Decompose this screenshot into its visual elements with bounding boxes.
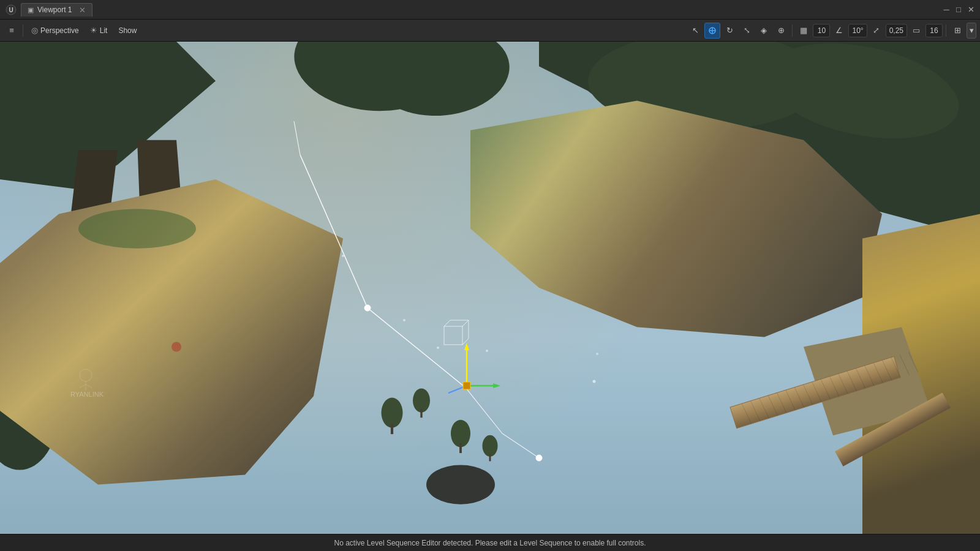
grid-group: ▦ 10 <box>796 23 830 39</box>
tab-label: Viewport 1 <box>37 6 72 14</box>
show-label: Show <box>118 26 137 35</box>
extra-tool1-button[interactable]: ◈ <box>756 23 772 39</box>
svg-line-20 <box>462 320 469 326</box>
window-controls: ─ □ ✕ <box>942 6 975 14</box>
title-bar: U ▣ Viewport 1 ✕ ─ □ ✕ <box>0 0 980 20</box>
svg-point-16 <box>593 380 596 383</box>
svg-line-6 <box>300 155 368 308</box>
svg-text:U: U <box>9 7 13 13</box>
lit-label: Lit <box>100 26 108 35</box>
svg-line-19 <box>444 320 450 326</box>
extra-icon2: ⊕ <box>778 26 785 35</box>
svg-point-12 <box>342 255 344 257</box>
tab-close-button[interactable]: ✕ <box>79 6 86 15</box>
svg-point-11 <box>536 455 542 461</box>
extra-tool2-button[interactable]: ⊕ <box>773 23 789 39</box>
svg-point-31 <box>80 369 92 381</box>
svg-line-5 <box>294 121 300 155</box>
menu-button[interactable]: ≡ <box>4 23 20 39</box>
angle-value: 10° <box>848 24 867 37</box>
svg-line-34 <box>86 384 92 388</box>
svg-point-15 <box>486 350 488 352</box>
separator-3 <box>946 24 946 37</box>
layout-button[interactable]: ⊞ <box>949 23 965 39</box>
svg-marker-27 <box>493 383 500 388</box>
tab-icon: ▣ <box>28 6 34 14</box>
viewport-tab[interactable]: ▣ Viewport 1 ✕ <box>21 3 92 17</box>
status-message: No active Level Sequence Editor detected… <box>334 539 646 547</box>
svg-point-14 <box>437 347 439 349</box>
cam-icon: ▭ <box>913 26 920 35</box>
rotate-tool-button[interactable]: ↻ <box>722 23 737 39</box>
extra-icon1: ◈ <box>761 26 767 35</box>
svg-line-21 <box>462 339 469 345</box>
svg-point-13 <box>403 319 405 321</box>
separator-2 <box>792 24 793 37</box>
angle-button[interactable]: ∠ <box>831 23 847 39</box>
grid-icon: ▦ <box>800 26 807 35</box>
layout-icon: ⊞ <box>954 26 961 35</box>
scale-val-icon: ⤢ <box>873 26 880 35</box>
angle-icon: ∠ <box>835 26 843 35</box>
svg-line-9 <box>466 388 502 433</box>
cam-value: 16 <box>925 24 943 37</box>
select-tool-button[interactable]: ↖ <box>687 23 703 39</box>
lit-button[interactable]: ☀ Lit <box>85 23 113 39</box>
cam-button[interactable]: ▭ <box>908 23 924 39</box>
layout-dropdown-button[interactable]: ▾ <box>967 23 976 39</box>
scale-tool-button[interactable]: ⤡ <box>739 23 755 39</box>
svg-marker-25 <box>464 343 469 350</box>
scale-val-button[interactable]: ⤢ <box>869 23 884 39</box>
svg-line-33 <box>80 384 86 388</box>
scale-icon: ⤡ <box>744 26 750 35</box>
grid-button[interactable]: ▦ <box>796 23 812 39</box>
scene-overlay: RYANLINK <box>0 42 980 534</box>
show-button[interactable]: Show <box>113 23 141 39</box>
translate-tool-button[interactable] <box>704 23 720 39</box>
perspective-icon: ◎ <box>31 26 38 35</box>
transform-gizmo <box>448 343 500 393</box>
svg-rect-18 <box>444 326 462 345</box>
perspective-button[interactable]: ◎ Perspective <box>26 23 84 39</box>
angle-group: ∠ 10° <box>831 23 867 39</box>
svg-line-10 <box>502 433 539 458</box>
ue-logo-icon: U <box>5 4 17 16</box>
menu-icon: ≡ <box>9 26 14 35</box>
rotate-icon: ↻ <box>726 26 733 35</box>
svg-point-17 <box>596 353 598 355</box>
toolbar-right: ↖ ↻ ⤡ ◈ ⊕ ▦ 10 ∠ <box>687 23 976 39</box>
select-icon: ↖ <box>692 26 699 35</box>
scale-group: ⤢ 0,25 <box>869 23 907 39</box>
separator-1 <box>23 24 23 37</box>
svg-text:RYANLINK: RYANLINK <box>70 391 104 398</box>
minimize-button[interactable]: ─ <box>942 6 951 14</box>
viewport[interactable]: RYANLINK <box>0 42 980 534</box>
translate-icon <box>708 26 717 35</box>
cam-group: ▭ 16 <box>908 23 943 39</box>
dropdown-arrow-icon: ▾ <box>970 26 974 35</box>
maximize-button[interactable]: □ <box>954 6 963 14</box>
grid-value: 10 <box>813 24 830 37</box>
toolbar: ≡ ◎ Perspective ☀ Lit Show ↖ ↻ ⤡ ◈ <box>0 20 980 42</box>
scale-value: 0,25 <box>886 24 907 37</box>
status-bar: No active Level Sequence Editor detected… <box>0 534 980 551</box>
close-window-button[interactable]: ✕ <box>967 6 975 14</box>
perspective-label: Perspective <box>40 26 79 35</box>
lit-icon: ☀ <box>90 26 97 35</box>
svg-rect-29 <box>463 382 470 389</box>
